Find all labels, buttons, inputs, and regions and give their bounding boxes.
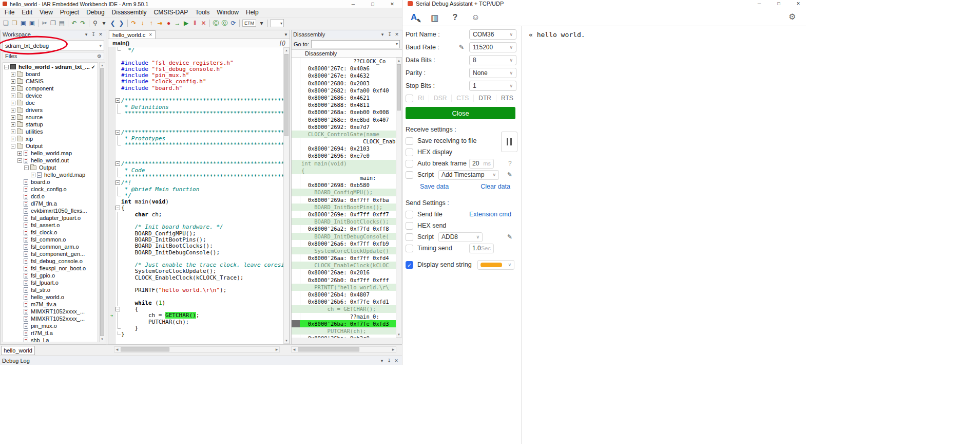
breakpoint-gutter[interactable] <box>108 199 115 205</box>
tree-item-output[interactable]: −Output <box>3 142 98 150</box>
breakpoint-gutter[interactable] <box>108 85 115 91</box>
breakpoint-gutter[interactable] <box>108 287 115 293</box>
breakpoint-gutter[interactable] <box>108 218 115 224</box>
tree-item-source[interactable]: +source <box>3 114 98 121</box>
scroll-left-icon[interactable]: ◀ <box>114 347 120 352</box>
tree-item-hello-world-map[interactable]: +hello_world.map <box>3 171 98 178</box>
toolbar-combo[interactable]: ▾ <box>271 19 284 27</box>
tree-item-fsl-str-o[interactable]: fsl_str.o <box>3 286 98 293</box>
expand-plus-icon[interactable]: + <box>11 130 15 134</box>
breakpoint-gutter[interactable] <box>108 142 115 148</box>
panel-menu-icon[interactable]: ▾ <box>378 358 386 363</box>
help-icon[interactable]: ? <box>452 13 457 22</box>
run-to-cursor-icon[interactable]: → <box>173 18 182 28</box>
minimize-button[interactable]: ─ <box>750 1 769 6</box>
breakpoint-gutter[interactable] <box>108 250 115 256</box>
breakpoint-gutter[interactable] <box>108 212 115 218</box>
cut-icon[interactable]: ✂ <box>40 18 49 28</box>
search-icon[interactable]: ⚲ <box>91 18 100 28</box>
tree-item-clock-config-o[interactable]: clock_config.o <box>3 186 98 193</box>
menu-window[interactable]: Window <box>213 8 242 17</box>
function-list-icon[interactable]: ƒ() <box>279 40 285 46</box>
tree-item-device[interactable]: +device <box>3 92 98 99</box>
collapse-minus-icon[interactable]: − <box>17 158 22 163</box>
send-script-checkbox[interactable] <box>406 233 413 241</box>
go-icon[interactable]: ▶ <box>182 18 190 28</box>
collapse-minus-icon[interactable]: − <box>4 65 9 69</box>
tree-item-fsl-common-o[interactable]: fsl_common.o <box>3 236 98 243</box>
panel-close-icon[interactable]: ✕ <box>393 358 400 363</box>
edit-pen-icon[interactable]: ✎ <box>507 171 512 178</box>
pin-icon[interactable]: ↧ <box>386 32 393 37</box>
tree-item-utilities[interactable]: +utilities <box>3 128 98 135</box>
breakpoint-gutter[interactable] <box>108 47 115 53</box>
breakpoint-gutter[interactable] <box>108 130 115 136</box>
breakpoint-gutter[interactable] <box>108 294 115 300</box>
breakpoint-gutter[interactable] <box>108 123 115 130</box>
breakpoint-gutter[interactable] <box>108 319 115 325</box>
expand-plus-icon[interactable]: + <box>11 115 15 120</box>
parity-dropdown[interactable]: None∨ <box>469 68 516 78</box>
save-icon[interactable]: ▣ <box>19 18 28 28</box>
tree-item-fsl-flexspi-nor-boot-o[interactable]: fsl_flexspi_nor_boot.o <box>3 265 98 272</box>
tree-item-board-o[interactable]: board.o <box>3 178 98 186</box>
fold-toggle-icon[interactable]: − <box>115 161 121 167</box>
menu-disassembly[interactable]: Disassembly <box>108 8 150 17</box>
collapse-minus-icon[interactable]: − <box>11 144 15 149</box>
new-document-icon[interactable]: ❏ <box>2 18 10 28</box>
close-button[interactable]: ✕ <box>789 1 808 6</box>
auto-break-input[interactable]: 20 ms <box>469 159 494 169</box>
expand-plus-icon[interactable]: + <box>11 86 15 91</box>
tree-item-fsl-assert-o[interactable]: fsl_assert.o <box>3 221 98 229</box>
tree-item-mimxrt1052xxxx[interactable]: MIMXRT1052xxxx_... <box>3 308 98 315</box>
tree-item-xip[interactable]: +xip <box>3 135 98 142</box>
tab-close-icon[interactable]: × <box>149 32 152 38</box>
tree-item-board[interactable]: +board <box>3 70 98 78</box>
panel-close-icon[interactable]: ✕ <box>393 32 400 37</box>
breakpoint-gutter[interactable] <box>108 91 115 98</box>
tree-item-hello-world-sdram-txt[interactable]: −hello_world - sdram_txt_...✓ <box>3 63 98 70</box>
breakpoint-gutter[interactable] <box>108 325 115 331</box>
expand-plus-icon[interactable]: + <box>11 94 15 98</box>
workspace-bottom-tab[interactable]: hello_world <box>1 346 35 355</box>
tree-item-rt7m-tl-a[interactable]: rt7M_tl.a <box>3 329 98 337</box>
breakpoint-gutter[interactable] <box>108 237 115 243</box>
expand-plus-icon[interactable]: + <box>31 173 35 177</box>
pin-icon[interactable]: ↧ <box>386 358 393 363</box>
fold-toggle-icon[interactable]: − <box>115 180 121 186</box>
scroll-thumb[interactable] <box>121 347 169 351</box>
breakpoint-gutter[interactable] <box>108 262 115 268</box>
menu-help[interactable]: Help <box>242 8 262 17</box>
collapse-minus-icon[interactable]: − <box>24 165 29 170</box>
hex-send-checkbox[interactable] <box>406 222 413 230</box>
breakpoint-gutter[interactable] <box>108 231 115 237</box>
send-color-dropdown[interactable]: ∨ <box>477 260 514 270</box>
settings-gear-icon[interactable]: ⚙ <box>789 12 796 22</box>
stop-debugging-icon[interactable]: ✕ <box>199 18 208 28</box>
tree-item-evkbimxrt1050-flexs[interactable]: evkbimxrt1050_flexs... <box>3 207 98 214</box>
refresh-icon[interactable]: ⟳ <box>229 18 238 28</box>
scroll-left-icon[interactable]: ◀ <box>292 347 297 352</box>
scroll-thumb[interactable] <box>284 54 289 136</box>
tree-item-hello-world-o[interactable]: hello_world.o <box>3 293 98 301</box>
disassembly-scrollbar[interactable]: ▲ ▼ <box>396 58 402 338</box>
panel-close-icon[interactable]: ✕ <box>97 32 104 37</box>
data-bits-dropdown[interactable]: 8∨ <box>469 55 516 65</box>
scroll-thumb[interactable] <box>397 64 401 110</box>
pause-receive-button[interactable] <box>501 132 517 152</box>
tree-item-fsl-gpio-o[interactable]: fsl_gpio.o <box>3 272 98 279</box>
menu-file[interactable]: File <box>1 8 18 17</box>
breakpoint-gutter[interactable] <box>108 224 115 230</box>
scroll-up-icon[interactable]: ▲ <box>100 63 105 68</box>
undo-icon[interactable]: ↶ <box>70 18 79 28</box>
font-settings-icon[interactable]: A <box>411 12 417 23</box>
editor-scrollbar[interactable]: ▲ ▼ <box>283 47 290 344</box>
breakpoint-icon[interactable]: ● <box>164 18 173 28</box>
scroll-down-icon[interactable]: ▼ <box>396 332 401 337</box>
scroll-right-icon[interactable]: ▶ <box>391 347 396 352</box>
tree-item-fsl-lpuart-o[interactable]: fsl_lpuart.o <box>3 279 98 286</box>
extension-cmd-link[interactable]: Extension cmd <box>469 211 511 218</box>
breakpoint-gutter[interactable] <box>108 180 115 186</box>
next-statement-icon[interactable]: ⇥ <box>156 18 164 28</box>
baud-rate-dropdown[interactable]: 115200∨ <box>469 42 516 52</box>
